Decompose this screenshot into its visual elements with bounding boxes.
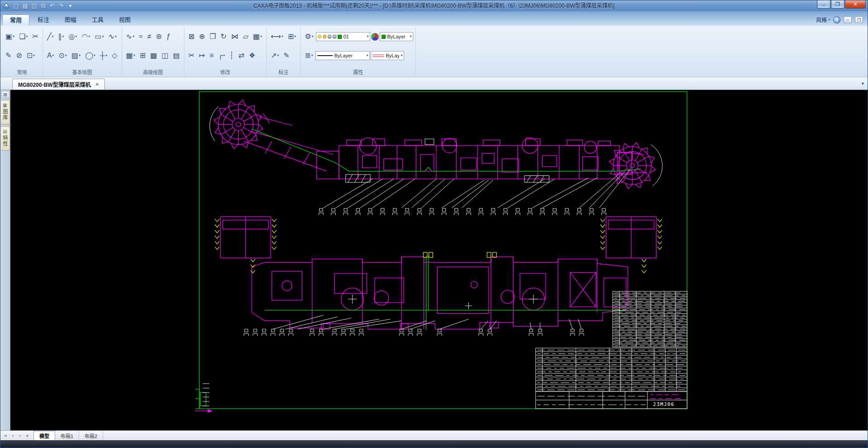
document-list-arrow[interactable]: ▾ [862,81,864,86]
section-line-button[interactable]: ◫ [160,48,170,63]
panel-tab-properties[interactable]: ▤特性 [1,126,10,151]
linetype-dropdown[interactable]: ByLayer ▾ [316,51,370,60]
point-button[interactable]: ⊙▾ [57,48,69,63]
copy-object-button[interactable]: ❐ [208,29,217,44]
center-line-button[interactable]: ┼▾ [98,48,109,63]
panel-toggle-button[interactable]: ⊞ [1,91,9,98]
block-button[interactable]: ▦▾ [124,48,137,63]
move-button[interactable]: ⊕ [197,29,207,44]
lineweight-dropdown[interactable]: ByLayer ▾ [371,51,404,60]
pick-box-button[interactable]: ⊡▾ [25,48,37,63]
line-button[interactable]: ╱▾ [45,29,56,44]
dimension-button[interactable]: ⟷▾ [269,29,285,44]
mirror-button[interactable]: ⋈ [229,29,240,44]
sheet-tab-2[interactable]: 布局1 [55,431,79,440]
machine-side-view [214,100,656,189]
image-button[interactable]: ▤ [171,48,182,63]
quick-access-menu-button[interactable]: ▾ [66,2,75,10]
document-tab-bar: MG80200-BW型薄煤层采煤机 ✕ ▾ [0,77,868,90]
dim-style-button[interactable]: ⊞▾ [286,29,298,44]
layer-settings-button[interactable]: ⚙ ▾ [303,29,315,44]
table-button[interactable]: ⊞ [138,48,147,63]
left-panel-strip: ⊞ ▦图库▤特性 [0,90,10,430]
quick-access-toolbar: ▢▤◫⊟↶↷▾ [11,2,75,10]
tab-home[interactable]: 常用 [2,14,29,26]
erase-button[interactable]: ⊘ [14,48,24,63]
layer-dropdown[interactable]: 01 ▾ [316,32,370,41]
circle-icon: ◎ [69,33,75,40]
circle-button[interactable]: ◎▾ [67,29,79,44]
tab-dimension[interactable]: 标注 [30,14,57,26]
trim-button[interactable]: ✂ [187,48,196,63]
section-line-icon: ◫ [161,52,168,59]
scale-button[interactable]: ▱ [241,29,250,44]
drawing-canvas[interactable]: 23MJ06 [10,90,868,430]
chevron-down-icon: ▾ [223,54,225,57]
arc-button[interactable]: ◠▾ [80,29,92,44]
rotate-button[interactable]: ↻ [219,29,228,44]
undo-button[interactable]: ↶ [48,2,57,10]
maximize-button[interactable]: ❐ [831,0,844,9]
polygon-button[interactable]: ◇ [110,48,119,63]
tab-sheet[interactable]: 图幅 [57,14,84,26]
wave-line-button[interactable]: ≈ [137,29,145,44]
cut-button[interactable]: ✂ [31,29,40,44]
close-icon[interactable]: ✕ [95,82,99,87]
paste-button[interactable]: ▣▾ [4,29,16,44]
panel-tab-library[interactable]: ▦图库 [1,100,10,124]
tab-tools[interactable]: 工具 [85,14,111,26]
ribbon-minimize-button[interactable]: – [844,16,852,23]
ribbon-group-advanced-draw: ∿▾≈≠⊛ƒ▦▾⊞▩◫▤高级绘图 [122,27,184,77]
last-sheet-button[interactable]: » [24,433,31,438]
hatch-button[interactable]: ▨▾ [70,48,82,63]
break-button[interactable]: ┆ [227,48,236,63]
fillet-button[interactable]: ╭▾ [217,48,227,63]
linetype-value: ByLayer [334,53,352,58]
first-sheet-button[interactable]: « [2,433,9,438]
linetype-settings-button[interactable]: ≣ ▾ [303,48,315,63]
break-icon: ┆ [229,52,234,59]
document-tab[interactable]: MG80200-BW型薄煤层采煤机 ✕ [12,79,105,90]
offset-button[interactable]: ≡ [208,48,215,63]
tab-view[interactable]: 视图 [112,14,138,26]
format-painter-button[interactable]: ✎ [4,48,13,63]
plot-button[interactable]: ⊟ [39,2,47,10]
formula-curve-button[interactable]: ƒ [165,29,172,44]
sheet-tab-3[interactable]: 布局2 [79,431,103,440]
style-button[interactable]: 风格 ▾ [816,16,830,24]
axonometric-button[interactable]: ▩ [148,48,159,63]
extend-button[interactable]: ↦ [197,48,207,63]
new-file-button[interactable]: ▢ [12,2,20,10]
sheet-tab-1[interactable]: 模型 [33,431,55,440]
next-sheet-button[interactable]: › [17,433,24,438]
ellipse-button[interactable]: ◯▾ [83,48,97,63]
stretch-button[interactable]: ⇄ [236,48,246,63]
copy-button[interactable]: ❏▾ [17,29,29,44]
line-icon: ╱ [47,33,52,40]
leader-button[interactable]: ↗▾ [269,48,281,63]
close-button[interactable]: ✕ [845,0,866,9]
color-palette-icon[interactable] [371,33,379,41]
explode-button[interactable]: ❖ [247,48,257,63]
prev-sheet-button[interactable]: ‹ [9,433,16,438]
text-button[interactable]: A▾ [45,48,56,63]
color-dropdown[interactable]: ByLayer ▾ [380,32,413,41]
rectangle-button[interactable]: ▭▾ [93,29,106,44]
dim-edit-button[interactable]: ✎ [282,48,291,63]
caxa-logo[interactable] [2,1,11,10]
spline-button[interactable]: ∿▾ [107,29,118,44]
double-line-button[interactable]: ≠ [146,29,153,44]
save-file-button[interactable]: ◫ [30,2,38,10]
chevron-down-icon: ▾ [260,35,262,38]
ribbon-restore-button[interactable]: ❐ [855,16,863,23]
block-icon: ▦ [126,52,133,59]
delete-button[interactable]: ⊠ [187,29,196,44]
open-file-button[interactable]: ▤ [21,2,29,10]
redo-button[interactable]: ↷ [57,2,66,10]
help-button[interactable]: ? [833,16,840,24]
minimize-button[interactable]: – [817,0,830,9]
spline-fit-button[interactable]: ∿▾ [124,29,136,44]
contour-button[interactable]: ⊛ [154,29,164,44]
parallel-button[interactable]: ∥▾ [57,29,66,44]
array-button[interactable]: ▦▾ [251,29,264,44]
